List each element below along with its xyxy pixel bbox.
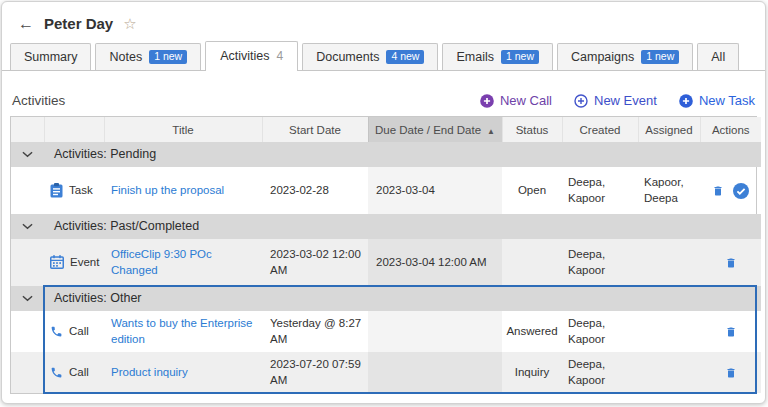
- type-cell: Call: [44, 311, 104, 352]
- tab-label: Emails: [456, 50, 494, 64]
- start-date-cell: 2023-07-20 07:59 AM: [262, 352, 368, 393]
- due-date-cell: [368, 352, 502, 393]
- tab-documents[interactable]: Documents4 new: [302, 43, 438, 71]
- row-expand-cell: [11, 167, 44, 214]
- back-arrow-icon[interactable]: ←: [18, 16, 34, 32]
- action-label: New Call: [500, 93, 552, 108]
- tab-activities[interactable]: Activities4: [205, 41, 298, 71]
- contact-activities-page: ← Peter Day ☆ SummaryNotes1 newActivitie…: [1, 1, 766, 404]
- type-label: Event: [70, 255, 99, 271]
- start-date-cell: 2023-02-28: [262, 167, 368, 214]
- activity-title-link[interactable]: Product inquiry: [111, 366, 188, 378]
- action-label: New Task: [699, 93, 755, 108]
- activity-row: CallWants to buy the Enterprise editionY…: [11, 311, 761, 352]
- status-cell: [502, 239, 562, 286]
- activities-table-container: TitleStart DateDue Date / End Date▲Statu…: [10, 116, 757, 394]
- group-row-activities-other: Activities: Other: [11, 286, 761, 311]
- created-cell: Deepa, Kapoor: [562, 167, 638, 214]
- created-cell: Deepa, Kapoor: [562, 239, 638, 286]
- actions-cell: [700, 352, 761, 393]
- plus-circle-filled-icon: [480, 94, 494, 108]
- assigned-cell: Kapoor, Deepa: [638, 167, 700, 214]
- tab-bar: SummaryNotes1 newActivities4Documents4 n…: [2, 32, 765, 71]
- activity-row: TaskFinish up the proposal2023-02-282023…: [11, 167, 761, 214]
- new-task-button[interactable]: New Task: [679, 93, 755, 108]
- actions-cell: [700, 239, 761, 286]
- column-header-title[interactable]: Title: [104, 117, 262, 142]
- trash-icon[interactable]: [725, 256, 737, 270]
- column-header-status[interactable]: Status: [502, 117, 562, 142]
- assigned-cell: [638, 239, 700, 286]
- plus-circle-filled-icon: [679, 94, 693, 108]
- activity-title-link[interactable]: OfficeClip 9:30 POc Changed: [111, 248, 212, 276]
- due-date-cell: [368, 311, 502, 352]
- column-header-created[interactable]: Created: [562, 117, 638, 142]
- start-date-cell: Yesterday @ 8:27 AM: [262, 311, 368, 352]
- section-title: Activities: [12, 93, 65, 108]
- start-date-cell: 2023-03-02 12:00 AM: [262, 239, 368, 286]
- trash-icon[interactable]: [725, 325, 737, 339]
- new-event-button[interactable]: New Event: [574, 93, 657, 108]
- type-label: Call: [69, 324, 89, 340]
- tab-summary[interactable]: Summary: [10, 43, 91, 70]
- group-label: Activities: Past/Completed: [44, 214, 761, 239]
- new-count-badge: 1 new: [501, 50, 539, 65]
- group-row-activities-pending: Activities: Pending: [11, 142, 761, 167]
- page-title: Peter Day: [44, 15, 113, 32]
- tab-label: Activities: [220, 49, 269, 63]
- title-bar: ← Peter Day ☆: [2, 2, 765, 32]
- activity-title-link[interactable]: Finish up the proposal: [111, 184, 224, 196]
- trash-icon[interactable]: [712, 184, 724, 198]
- column-header-empty: [44, 117, 104, 142]
- favorite-star-icon[interactable]: ☆: [123, 16, 136, 31]
- row-expand-cell: [11, 239, 44, 286]
- action-label: New Event: [594, 93, 657, 108]
- due-date-cell: 2023-03-04 12:00 AM: [368, 239, 502, 286]
- check-circle-icon[interactable]: [733, 183, 749, 199]
- new-call-button[interactable]: New Call: [480, 93, 552, 108]
- column-header-actions[interactable]: Actions: [700, 117, 761, 142]
- type-cell: Task: [44, 167, 104, 214]
- actions-cell: [700, 167, 761, 214]
- group-label: Activities: Other: [44, 286, 761, 311]
- title-cell: Finish up the proposal: [104, 167, 262, 214]
- activity-title-link[interactable]: Wants to buy the Enterprise edition: [111, 317, 252, 345]
- title-cell: Wants to buy the Enterprise edition: [104, 311, 262, 352]
- group-chevron-cell: [11, 142, 44, 167]
- chevron-down-icon[interactable]: [22, 295, 33, 302]
- tab-label: All: [711, 50, 725, 64]
- tab-all[interactable]: All: [697, 43, 739, 70]
- status-cell: Inquiry: [502, 352, 562, 393]
- column-header-start-date[interactable]: Start Date: [262, 117, 368, 142]
- table-body: Activities: PendingTaskFinish up the pro…: [11, 142, 761, 393]
- trash-icon[interactable]: [725, 366, 737, 380]
- call-icon: [50, 325, 63, 338]
- tab-campaigns[interactable]: Campaigns1 new: [557, 43, 693, 71]
- task-icon: [50, 183, 63, 198]
- row-expand-cell: [11, 352, 44, 393]
- created-cell: Deepa, Kapoor: [562, 352, 638, 393]
- chevron-down-icon[interactable]: [22, 223, 33, 230]
- tab-count: 4: [277, 49, 284, 63]
- assigned-cell: [638, 311, 700, 352]
- row-expand-cell: [11, 311, 44, 352]
- column-header-due-date-end-date[interactable]: Due Date / End Date▲: [368, 117, 502, 142]
- column-header-label: Due Date / End Date: [375, 124, 481, 136]
- tab-emails[interactable]: Emails1 new: [442, 43, 553, 71]
- tab-label: Notes: [109, 50, 142, 64]
- activity-row: CallProduct inquiry2023-07-20 07:59 AMIn…: [11, 352, 761, 393]
- tab-notes[interactable]: Notes1 new: [95, 43, 201, 71]
- title-cell: Product inquiry: [104, 352, 262, 393]
- column-header-assigned[interactable]: Assigned: [638, 117, 700, 142]
- activities-table: TitleStart DateDue Date / End Date▲Statu…: [11, 117, 761, 393]
- chevron-down-icon[interactable]: [22, 151, 33, 158]
- header-row: TitleStart DateDue Date / End Date▲Statu…: [11, 117, 761, 142]
- type-label: Task: [69, 183, 93, 199]
- type-cell: Call: [44, 352, 104, 393]
- status-cell: Answered: [502, 311, 562, 352]
- type-cell: Event: [44, 239, 104, 286]
- event-icon: [50, 255, 64, 269]
- tab-label: Summary: [24, 50, 77, 64]
- created-cell: Deepa, Kapoor: [562, 311, 638, 352]
- title-cell: OfficeClip 9:30 POc Changed: [104, 239, 262, 286]
